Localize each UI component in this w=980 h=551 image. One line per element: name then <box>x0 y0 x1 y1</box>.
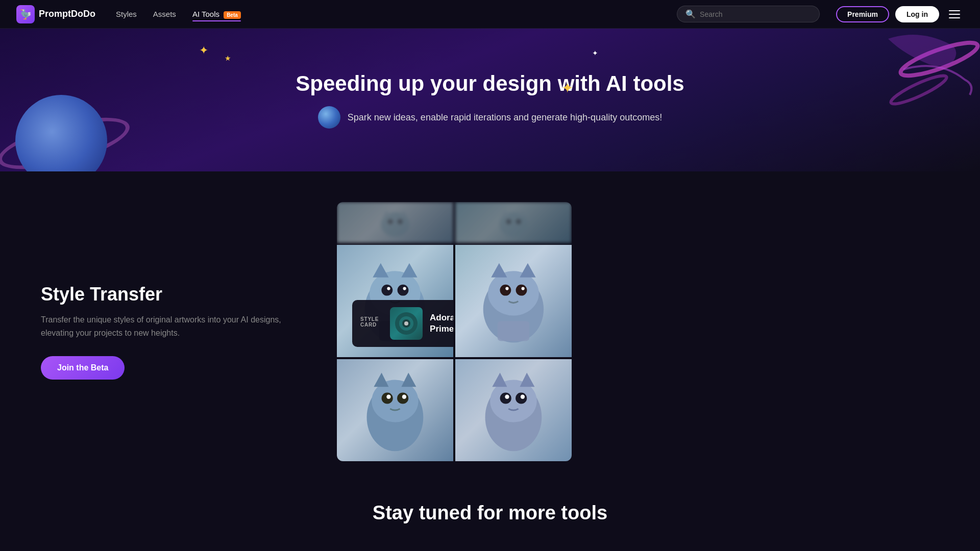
hero-subtitle-wrap: Spark new ideas, enable rapid iterations… <box>318 106 662 129</box>
grid-cell-bottom-right <box>455 359 572 461</box>
logo-text: PromptDoDo <box>39 9 95 19</box>
svg-point-33 <box>522 287 525 290</box>
star-decoration-4: ✦ <box>592 49 598 57</box>
planet-decoration <box>10 74 122 171</box>
svg-marker-37 <box>374 373 388 387</box>
svg-marker-3 <box>383 210 390 216</box>
premium-button[interactable]: Premium <box>836 6 889 22</box>
svg-marker-38 <box>401 373 416 387</box>
star-decoration-3: ✦ <box>561 80 573 96</box>
svg-point-11 <box>516 219 521 224</box>
style-card-thumbnail <box>390 307 423 340</box>
nav-link-styles[interactable]: Styles <box>116 10 137 18</box>
grid-cell-top-right <box>455 202 572 243</box>
hero-planet-small <box>318 106 340 129</box>
logo[interactable]: 🦤 PromptDoDo <box>16 5 95 23</box>
style-card-content: STYLE CARD <box>360 316 383 331</box>
svg-point-42 <box>402 395 406 399</box>
svg-point-16 <box>382 284 393 295</box>
nav-link-ai-tools[interactable]: AI Tools Beta <box>192 10 241 18</box>
cat-image-2 <box>455 202 572 243</box>
svg-point-10 <box>506 219 511 224</box>
svg-point-6 <box>398 219 403 224</box>
hero-background: ✦ ★ ✦ ✦ <box>0 29 980 171</box>
hamburger-line-2 <box>949 14 960 15</box>
hero-title: Speeding up your design with AI tools <box>296 71 684 96</box>
hamburger-line-3 <box>949 17 960 18</box>
hero-deco-right <box>725 29 980 171</box>
hero-subtitle: Spark new ideas, enable rapid iterations… <box>348 112 662 123</box>
join-beta-button[interactable]: Join the Beta <box>41 356 125 380</box>
style-card-label: STYLE CARD <box>360 316 383 328</box>
svg-point-30 <box>500 284 511 295</box>
section-description: Transfer the unique styles of original a… <box>41 313 296 339</box>
svg-point-17 <box>398 284 409 295</box>
style-transfer-text: Style Transfer Transfer the unique style… <box>41 284 296 379</box>
login-button[interactable]: Log in <box>895 6 939 22</box>
grid-cell-top-left <box>337 202 453 243</box>
main-content: Style Transfer Transfer the unique style… <box>0 171 980 551</box>
style-card-title: Adorable Garfield inOptimus Prime-inspir… <box>430 312 453 335</box>
search-icon: 🔍 <box>685 9 696 19</box>
navigation: 🦤 PromptDoDo Styles Assets AI Tools Beta… <box>0 0 980 29</box>
nav-link-assets[interactable]: Assets <box>153 10 176 18</box>
svg-marker-4 <box>400 210 407 216</box>
cat-image-4 <box>455 245 572 357</box>
nav-actions: Premium Log in <box>836 5 964 23</box>
star-decoration-1: ✦ <box>199 44 208 57</box>
beta-badge: Beta <box>224 11 241 19</box>
logo-icon: 🦤 <box>16 5 35 23</box>
svg-marker-8 <box>501 210 508 216</box>
hamburger-line-1 <box>949 10 960 11</box>
search-input[interactable] <box>700 10 811 18</box>
cat-image-5 <box>337 359 453 461</box>
svg-marker-14 <box>373 263 388 277</box>
planet-body <box>15 95 107 171</box>
image-grid-wrap: STYLE CARD Adorable Garfield inOptimus P… <box>337 202 572 461</box>
grid-cell-mid-right <box>455 245 572 357</box>
svg-point-49 <box>505 395 509 399</box>
star-decoration-2: ★ <box>225 54 231 62</box>
svg-point-27 <box>488 271 539 315</box>
bottom-section: Stay tuned for more tools <box>41 502 939 544</box>
svg-point-19 <box>403 287 406 290</box>
cat-image-1 <box>337 202 453 243</box>
svg-point-5 <box>388 219 393 224</box>
svg-marker-28 <box>491 263 507 277</box>
svg-marker-46 <box>520 373 534 387</box>
svg-point-18 <box>387 287 390 290</box>
svg-marker-9 <box>519 210 526 216</box>
bottom-title: Stay tuned for more tools <box>41 502 939 524</box>
svg-point-32 <box>505 287 508 290</box>
menu-button[interactable] <box>945 5 964 23</box>
svg-rect-34 <box>498 321 529 341</box>
svg-point-1 <box>889 71 949 108</box>
svg-point-50 <box>521 395 525 399</box>
svg-point-25 <box>404 321 408 325</box>
svg-marker-15 <box>401 263 417 277</box>
image-grid: STYLE CARD Adorable Garfield inOptimus P… <box>337 202 572 461</box>
section-title: Style Transfer <box>41 284 296 305</box>
svg-point-31 <box>516 284 527 295</box>
svg-point-41 <box>386 395 390 399</box>
style-transfer-section: Style Transfer Transfer the unique style… <box>41 202 939 461</box>
svg-marker-29 <box>520 263 535 277</box>
style-card-overlay: STYLE CARD Adorable Garfield inOptimus P… <box>352 300 453 347</box>
grid-cell-bottom-left <box>337 359 453 461</box>
search-bar[interactable]: 🔍 <box>677 6 820 22</box>
nav-links: Styles Assets AI Tools Beta <box>116 10 677 18</box>
hero-section: ✦ ★ ✦ ✦ Speeding up your design with AI … <box>0 29 980 171</box>
cat-image-6 <box>455 359 572 461</box>
grid-cell-mid-left: STYLE CARD Adorable Garfield inOptimus P… <box>337 245 453 357</box>
svg-marker-45 <box>492 373 507 387</box>
